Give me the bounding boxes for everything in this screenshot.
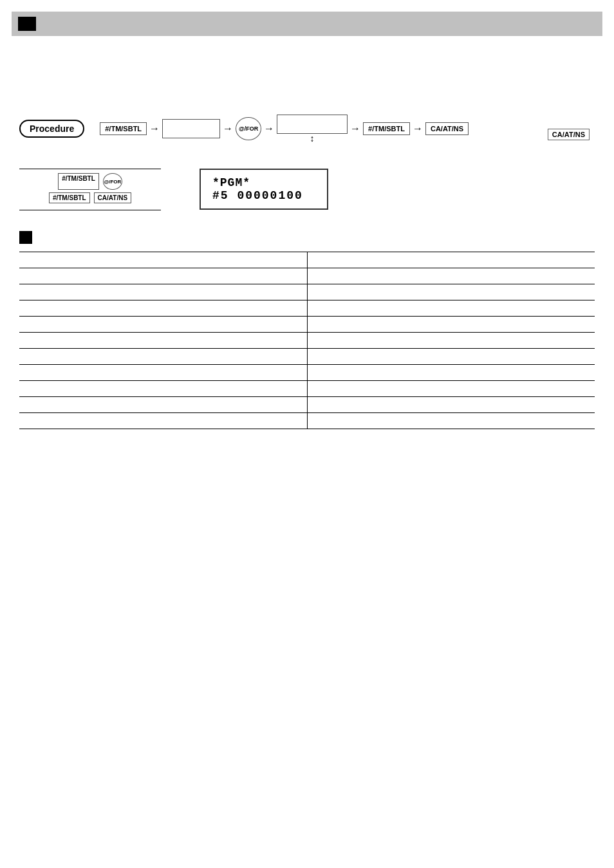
- table-row: [19, 381, 595, 397]
- table-cell-left: [19, 268, 307, 284]
- table-cell-left: [19, 349, 307, 365]
- data-table: [19, 252, 595, 429]
- table-cell-right: [307, 317, 595, 333]
- flow-key-tmstbl-2: #/TM/SBTL: [363, 122, 410, 135]
- table-row: [19, 284, 595, 300]
- table-cell-left: [19, 397, 307, 413]
- flow-diagram: #/TM/SBTL → → @/FOR → ↕ → #/TM/SBTL: [100, 115, 469, 143]
- procedure-label: Procedure: [19, 120, 84, 138]
- section-header: [19, 231, 595, 244]
- flow-arrow-1: →: [149, 123, 160, 134]
- table-row: [19, 413, 595, 429]
- flow-arrow-5: →: [413, 123, 423, 134]
- table-cell-left: [19, 365, 307, 381]
- table-cell-right: [307, 284, 595, 300]
- header-black-square: [18, 17, 36, 31]
- table-cell-left: [19, 300, 307, 317]
- table-cell-left: [19, 381, 307, 397]
- table-row: [19, 397, 595, 413]
- table-cell-right: [307, 413, 595, 429]
- flow-key-for: @/FOR: [236, 117, 261, 140]
- display-line1: *PGM*: [212, 176, 315, 189]
- table-cell-right: [307, 268, 595, 284]
- table-cell-right: [307, 397, 595, 413]
- table-cell-right: [307, 252, 595, 268]
- desc-paragraph-2: [19, 66, 595, 78]
- kb-row-1: #/TM/SBTL @/FOR: [58, 173, 122, 190]
- table-row: [19, 333, 595, 349]
- main-content: Procedure #/TM/SBTL → → @/FOR → ↕: [19, 36, 595, 429]
- table-cell-left: [19, 252, 307, 268]
- desc-paragraph-1: [19, 48, 595, 60]
- flow-down-arrow: ↕: [310, 134, 315, 143]
- table-row: [19, 300, 595, 317]
- table-cell-left: [19, 413, 307, 429]
- table-cell-right: [307, 349, 595, 365]
- keyboard-section: #/TM/SBTL @/FOR #/TM/SBTL CA/AT/NS *PGM*…: [19, 169, 595, 210]
- table-cell-left: [19, 284, 307, 300]
- procedure-section: Procedure #/TM/SBTL → → @/FOR → ↕: [19, 115, 595, 143]
- display-line2: #5 00000100: [212, 189, 315, 202]
- table-row: [19, 317, 595, 333]
- flow-arrow-4: →: [350, 123, 360, 134]
- flow-stacked-input: ↕: [277, 115, 348, 143]
- table-cell-right: [307, 333, 595, 349]
- flow-input-2: [277, 115, 348, 134]
- table-cell-left: [19, 317, 307, 333]
- section-black-square: [19, 231, 32, 244]
- header-bar: [12, 12, 602, 36]
- table-cell-right: [307, 300, 595, 317]
- top-caatns-key: CA/AT/NS: [548, 129, 590, 140]
- table-cell-right: [307, 381, 595, 397]
- kb-line-top: [19, 169, 161, 169]
- table-row: [19, 268, 595, 284]
- flow-key-tmstbl-1: #/TM/SBTL: [100, 122, 147, 135]
- kb-line-bottom: [19, 210, 161, 210]
- flow-input-1: [162, 119, 220, 138]
- kb-key-tmstbl-2: #/TM/SBTL: [49, 192, 90, 203]
- kb-row-2: #/TM/SBTL CA/AT/NS: [49, 192, 131, 203]
- table-cell-left: [19, 333, 307, 349]
- flow-arrow-2: →: [223, 123, 233, 134]
- desc-paragraph-3: [19, 84, 595, 97]
- table-row: [19, 252, 595, 268]
- table-row: [19, 365, 595, 381]
- table-cell-right: [307, 365, 595, 381]
- flow-key-caatns: CA/AT/NS: [425, 122, 469, 135]
- keyboard-left: #/TM/SBTL @/FOR #/TM/SBTL CA/AT/NS: [19, 169, 161, 210]
- flow-arrow-3: →: [264, 123, 274, 134]
- kb-key-caatns: CA/AT/NS: [94, 192, 131, 203]
- kb-key-for: @/FOR: [103, 173, 122, 190]
- table-row: [19, 349, 595, 365]
- kb-key-tmstbl-1: #/TM/SBTL: [58, 173, 99, 190]
- display-box: *PGM* #5 00000100: [200, 169, 328, 210]
